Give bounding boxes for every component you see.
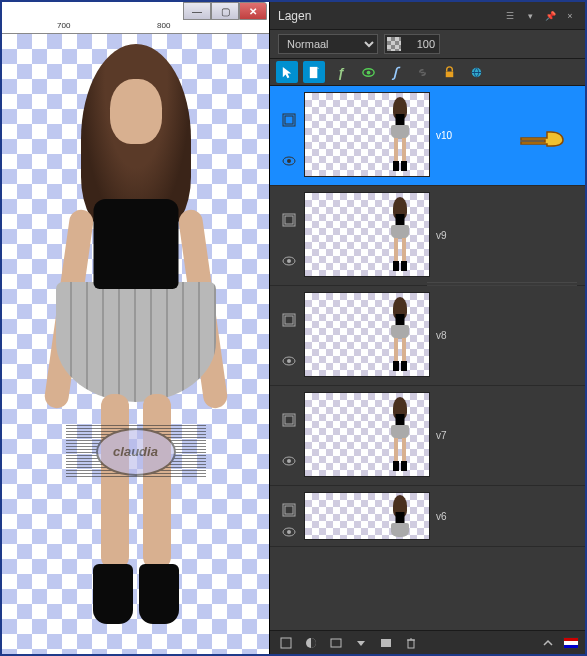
svg-rect-28 (381, 639, 391, 647)
transparency-icon (387, 37, 401, 51)
figure-image (41, 44, 231, 634)
ruler-mark: 800 (157, 21, 170, 30)
svg-rect-14 (285, 316, 293, 324)
tool-lock-icon[interactable] (438, 61, 460, 83)
watermark: claudia (66, 424, 206, 479)
svg-rect-18 (285, 416, 293, 424)
svg-rect-25 (281, 638, 291, 648)
window-controls: — ▢ ✕ (183, 2, 267, 20)
layer-type-icon (281, 412, 297, 428)
close-button[interactable]: ✕ (239, 2, 267, 20)
panel-header: Lagen ☰ ▾ 📌 × (270, 2, 585, 30)
svg-rect-22 (285, 506, 293, 514)
visibility-icon[interactable] (281, 153, 297, 169)
svg-point-2 (366, 70, 370, 74)
canvas[interactable]: claudia (2, 34, 269, 654)
delete-layer-button[interactable] (401, 634, 421, 652)
layer-name: v6 (436, 511, 447, 522)
layer-list: v10 v9 claudia (270, 86, 585, 630)
opacity-tab-button[interactable] (326, 634, 346, 652)
minimize-button[interactable]: — (183, 2, 211, 20)
layer-row[interactable]: v9 (270, 186, 585, 286)
svg-rect-3 (445, 71, 453, 77)
tool-link-icon[interactable] (411, 61, 433, 83)
panel-menu-icon[interactable]: ☰ (503, 9, 517, 23)
layer-row[interactable]: v8 (270, 286, 585, 386)
svg-point-20 (287, 459, 291, 463)
layer-type-icon (281, 212, 297, 228)
svg-rect-27 (331, 639, 341, 647)
scroll-button[interactable] (538, 634, 558, 652)
layer-thumbnail (304, 292, 430, 377)
preview-button[interactable] (376, 634, 396, 652)
layers-footer (270, 630, 585, 654)
layers-panel: Lagen ☰ ▾ 📌 × Normaal ƒ ʃ (269, 2, 585, 654)
layer-row[interactable]: v7 (270, 386, 585, 486)
svg-point-16 (287, 359, 291, 363)
layer-name: v10 (436, 130, 452, 141)
opacity-field[interactable] (384, 34, 440, 54)
panel-pin-icon[interactable]: 📌 (543, 9, 557, 23)
layer-type-icon (281, 312, 297, 328)
dropdown-button[interactable] (351, 634, 371, 652)
visibility-icon[interactable] (281, 353, 297, 369)
new-layer-button[interactable] (276, 634, 296, 652)
layer-thumbnail (304, 192, 430, 277)
svg-rect-0 (309, 66, 317, 77)
layer-thumbnail (304, 92, 430, 177)
layer-type-icon (281, 502, 297, 518)
ruler-mark: 700 (57, 21, 70, 30)
tool-fx-icon[interactable]: ƒ (330, 61, 352, 83)
svg-rect-10 (285, 216, 293, 224)
layer-name: v9 (436, 230, 447, 241)
canvas-area: — ▢ ✕ 700 800 claudia (2, 2, 269, 654)
tool-world-icon[interactable] (465, 61, 487, 83)
tool-arrow-icon[interactable] (276, 61, 298, 83)
svg-point-24 (287, 530, 291, 534)
tool-fxscript-icon[interactable]: ʃ (384, 61, 406, 83)
blend-row: Normaal (270, 30, 585, 58)
layer-thumbnail (304, 392, 430, 477)
svg-rect-29 (408, 640, 414, 648)
flag-icon (563, 637, 579, 649)
maximize-button[interactable]: ▢ (211, 2, 239, 20)
svg-point-12 (287, 259, 291, 263)
visibility-icon[interactable] (281, 453, 297, 469)
svg-point-8 (287, 159, 291, 163)
visibility-icon[interactable] (281, 253, 297, 269)
tool-doc-icon[interactable] (303, 61, 325, 83)
layer-toolbar: ƒ ʃ (270, 58, 585, 86)
layer-row[interactable]: v6 (270, 486, 585, 547)
visibility-icon[interactable] (281, 524, 297, 540)
watermark-text: claudia (96, 428, 176, 476)
tool-eye-icon[interactable] (357, 61, 379, 83)
panel-options-icon[interactable]: ▾ (523, 9, 537, 23)
layer-type-icon (281, 112, 297, 128)
svg-rect-6 (285, 116, 293, 124)
panel-title: Lagen (278, 9, 497, 23)
layer-row[interactable]: v10 (270, 86, 585, 186)
opacity-input[interactable] (403, 38, 439, 50)
panel-close-icon[interactable]: × (563, 9, 577, 23)
blend-mode-select[interactable]: Normaal (278, 34, 378, 54)
layer-thumbnail (304, 492, 430, 540)
ruler: 700 800 (2, 20, 269, 34)
layer-name: v7 (436, 430, 447, 441)
pointer-icon (519, 124, 567, 152)
mask-button[interactable] (301, 634, 321, 652)
layer-name: v8 (436, 330, 447, 341)
